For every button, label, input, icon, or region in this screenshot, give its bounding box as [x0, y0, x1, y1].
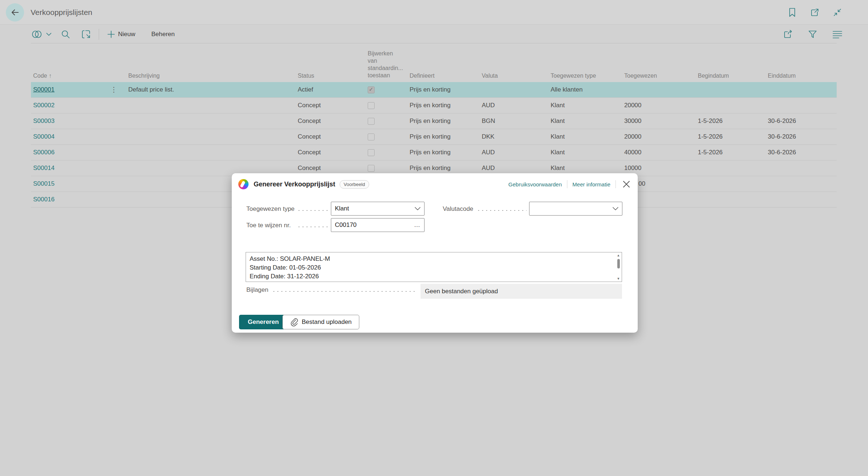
topbar-icons [787, 0, 842, 25]
preview-line: Ending Date: 31-12-2026 [250, 272, 613, 281]
preview-line: Asset No.: SOLAR-PANEL-M [250, 255, 613, 263]
row-checkbox[interactable] [368, 118, 375, 125]
filter-icon[interactable] [808, 29, 818, 39]
actionbar-rule [31, 43, 837, 43]
col-header-valuta[interactable]: Valuta [482, 73, 498, 79]
row-definieert: Prijs en korting [410, 129, 450, 144]
back-button[interactable] [6, 3, 24, 22]
open-in-new-window-icon[interactable] [810, 7, 820, 18]
row-toegewezen-type: Klant [551, 129, 565, 144]
col-header-einddatum[interactable]: Einddatum [768, 73, 796, 79]
row-code-link[interactable]: S00006 [33, 149, 55, 156]
row-checkbox[interactable] [368, 149, 375, 156]
row-code-link[interactable]: S00014 [33, 165, 55, 171]
row-definieert: Prijs en korting [410, 98, 450, 113]
row-status: Actief [298, 82, 313, 97]
page-title: Verkoopprijslijsten [31, 0, 92, 25]
row-code-link[interactable]: S00015 [33, 180, 55, 187]
row-checkbox[interactable] [368, 86, 375, 93]
header-divider [615, 180, 616, 188]
collapse-icon[interactable] [832, 7, 842, 18]
row-menu-icon[interactable]: ⋮ [110, 82, 117, 97]
row-valuta: AUD [482, 145, 495, 160]
col-header-bijwerken[interactable]: Bijwerken van standaardin... toestaan [368, 50, 411, 79]
valutacode-label: Valutacode [443, 205, 473, 213]
dotted-leader [272, 291, 418, 292]
toegewezen-type-select[interactable]: Klant [331, 202, 425, 216]
paperclip-icon [290, 318, 298, 326]
table-row[interactable]: S00001 ⋮ Default price list. Actief Prij… [31, 82, 837, 98]
row-begindatum: 1-5-2026 [698, 129, 723, 144]
row-toegewezen-type: Klant [551, 113, 565, 129]
preview-textarea[interactable]: Asset No.: SOLAR-PANEL-M Starting Date: … [246, 252, 622, 282]
manage-button-label: Beheren [151, 31, 175, 38]
row-toegewezen: 20000 [624, 98, 641, 113]
col-header-toegewezen-type[interactable]: Toegewezen type [551, 73, 596, 79]
more-info-link[interactable]: Meer informatie [572, 181, 610, 187]
table-row[interactable]: S00006 Concept Prijs en korting AUD Klan… [31, 145, 837, 160]
row-checkbox[interactable] [368, 133, 375, 140]
row-checkbox[interactable] [368, 165, 375, 172]
valutacode-select[interactable] [529, 202, 622, 216]
row-beschrijving: Default price list. [128, 82, 174, 97]
textarea-scrollbar[interactable]: ▲ ▼ [616, 253, 621, 281]
terms-link[interactable]: Gebruiksvoorwaarden [508, 181, 562, 187]
table-row[interactable]: S00004 Concept Prijs en korting DKK Klan… [31, 129, 837, 145]
search-button[interactable] [61, 30, 70, 39]
row-code-link[interactable]: S00016 [33, 196, 55, 203]
plus-icon [107, 30, 115, 38]
col-header-toegewezen[interactable]: Toegewezen [624, 73, 657, 79]
chevron-down-icon [46, 32, 51, 36]
toe-te-wijzen-nr-input[interactable]: C00170 … [331, 218, 425, 232]
manage-button[interactable]: Beheren [151, 31, 175, 38]
col-header-begindatum[interactable]: Begindatum [698, 73, 729, 79]
row-checkbox[interactable] [368, 102, 375, 109]
row-status: Concept [298, 113, 321, 129]
back-arrow-icon [10, 8, 20, 17]
row-einddatum: 30-6-2026 [768, 113, 796, 129]
close-icon[interactable] [621, 179, 632, 190]
generate-button[interactable]: Genereren [239, 315, 288, 329]
col-header-beschrijving[interactable]: Beschrijving [128, 73, 160, 79]
row-toegewezen-fragment: 00 [638, 176, 645, 191]
preview-badge: Voorbeeld [340, 180, 369, 189]
table-row[interactable]: S00003 Concept Prijs en korting BGN Klan… [31, 113, 837, 129]
col-header-definieert[interactable]: Definieert [410, 73, 434, 79]
col-header-status[interactable]: Status [298, 73, 314, 79]
new-button[interactable]: Nieuw [107, 30, 135, 38]
list-options-icon[interactable] [832, 29, 842, 39]
row-status: Concept [298, 98, 321, 113]
chevron-down-icon [415, 207, 421, 210]
table-row[interactable]: S00002 Concept Prijs en korting AUD Klan… [31, 98, 837, 113]
row-code-link[interactable]: S00002 [33, 102, 55, 109]
scroll-down-icon[interactable]: ▼ [616, 276, 621, 281]
row-einddatum: 30-6-2026 [768, 145, 796, 160]
dotted-leader [477, 210, 527, 211]
copilot-logo-icon [238, 179, 249, 189]
top-bar: Verkoopprijslijsten [0, 0, 868, 25]
toe-te-wijzen-nr-label: Toe te wijzen nr. [246, 222, 291, 229]
new-button-label: Nieuw [118, 31, 135, 38]
upload-file-button[interactable]: Bestand uploaden [282, 315, 359, 329]
table-header: Code ↑ Beschrijving Status Bijwerken van… [31, 44, 837, 82]
scroll-thumb[interactable] [617, 259, 620, 268]
row-status: Concept [298, 145, 321, 160]
row-begindatum: 1-5-2026 [698, 145, 723, 160]
row-valuta: BGN [482, 113, 495, 129]
copilot-menu-button[interactable] [31, 30, 51, 39]
row-valuta: DKK [482, 129, 494, 144]
row-code-link[interactable]: S00004 [33, 133, 55, 140]
bookmark-icon[interactable] [787, 7, 797, 18]
col-header-code[interactable]: Code ↑ [33, 73, 52, 79]
row-code-link[interactable]: S00001 [33, 86, 55, 93]
dotted-leader [297, 210, 328, 211]
assist-edit-icon[interactable]: … [414, 221, 421, 229]
analyze-button[interactable] [81, 30, 91, 39]
app-root: Verkoopprijslijsten [0, 0, 868, 476]
row-begindatum: 1-5-2026 [698, 113, 723, 129]
action-bar: Nieuw Beheren [0, 25, 868, 43]
row-code-link[interactable]: S00003 [33, 117, 55, 124]
bijlagen-label: Bijlagen [246, 286, 269, 294]
scroll-up-icon[interactable]: ▲ [616, 253, 621, 258]
share-icon[interactable] [783, 29, 793, 39]
